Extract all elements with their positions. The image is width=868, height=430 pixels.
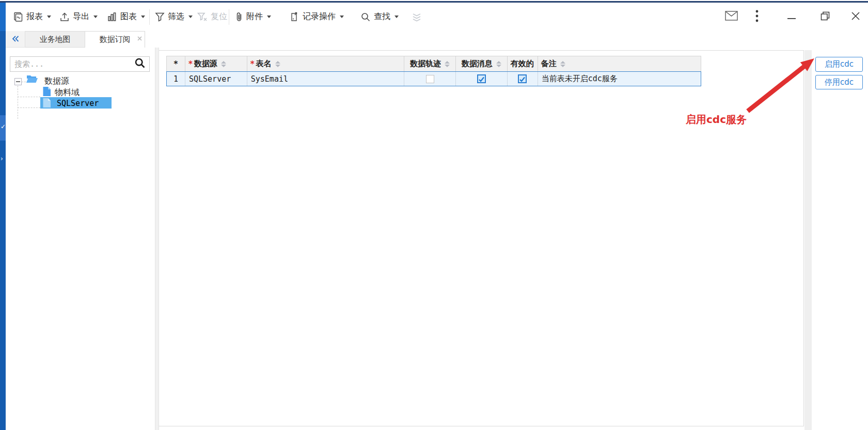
table-header-row: * * 数据源 * 表名 数据轨迹 数据消息	[166, 56, 701, 72]
double-chevron-left-icon	[12, 35, 19, 44]
checkbox-valid[interactable]	[518, 74, 527, 83]
sidebar-splitter[interactable]	[155, 48, 159, 430]
export-menu-button[interactable]: 导出	[59, 11, 98, 22]
column-header-message[interactable]: 数据消息	[456, 56, 508, 71]
attachment-menu-button[interactable]: 附件	[235, 11, 271, 22]
toolbar-overflow-button	[411, 12, 422, 22]
checkbox-data-trace[interactable]	[426, 75, 434, 83]
search-icon	[360, 12, 371, 22]
minimize-icon	[787, 12, 796, 22]
search-button[interactable]	[131, 57, 149, 71]
double-chevron-down-icon	[411, 12, 422, 22]
tree-node-material-domain[interactable]: 物料域	[55, 87, 80, 98]
chart-label: 图表	[120, 11, 137, 22]
annotation-text: 启用cdc服务	[686, 113, 747, 127]
file-icon	[42, 98, 51, 110]
restore-button[interactable]	[820, 11, 830, 23]
app-window: 报表 导出 图表 筛选 复位 附件	[0, 0, 868, 430]
mail-icon	[725, 11, 738, 23]
reset-label: 复位	[211, 11, 227, 22]
column-header-row-marker: *	[167, 56, 185, 71]
chevron-down-icon	[141, 16, 145, 18]
report-icon	[13, 12, 23, 22]
sort-icon[interactable]	[221, 61, 226, 67]
collapse-sidebar-button[interactable]	[6, 31, 25, 48]
export-label: 导出	[73, 11, 89, 22]
tree-expander-collapse[interactable]	[14, 78, 22, 85]
chevron-down-icon	[267, 16, 271, 18]
record-ops-menu-button[interactable]: 记录操作	[290, 11, 344, 22]
cell-trace	[404, 72, 456, 86]
find-menu-button[interactable]: 查找	[360, 11, 399, 22]
checkbox-data-message[interactable]	[477, 74, 486, 83]
toolbar-separator	[149, 9, 150, 25]
paperclip-icon	[235, 12, 243, 22]
restore-icon	[820, 11, 830, 23]
find-label: 查找	[374, 11, 390, 22]
tree-node-sqlserver[interactable]: SQLServer	[57, 99, 99, 108]
data-subscription-panel: * * 数据源 * 表名 数据轨迹 数据消息	[159, 50, 804, 426]
chevron-down-icon	[188, 16, 193, 18]
required-mark: *	[250, 59, 255, 69]
tree-connector	[22, 82, 26, 82]
close-button[interactable]	[851, 12, 860, 22]
column-header-valid[interactable]: 有效的	[508, 56, 538, 71]
chevron-down-icon	[394, 16, 399, 18]
search-input[interactable]	[10, 57, 131, 71]
column-header-datasource[interactable]: * 数据源	[185, 56, 247, 71]
chart-menu-button[interactable]: 图表	[107, 11, 145, 22]
sort-icon[interactable]	[445, 61, 450, 67]
disable-cdc-button[interactable]: 停用cdc	[815, 75, 863, 89]
more-menu-button[interactable]	[755, 10, 759, 24]
folder-open-icon	[26, 74, 38, 86]
export-icon	[59, 12, 70, 22]
cell-remark[interactable]: 当前表未开启cdc服务	[538, 72, 701, 86]
sort-icon[interactable]	[275, 61, 280, 67]
sort-icon[interactable]	[560, 61, 565, 67]
toolbar-separator	[229, 9, 229, 25]
panel-splitter[interactable]	[804, 50, 812, 430]
cell-row-index: 1	[167, 72, 185, 86]
toolbar: 报表 导出 图表 筛选 复位 附件	[6, 3, 868, 31]
search-box	[10, 56, 150, 72]
cell-message	[456, 72, 508, 86]
tree-connector	[18, 108, 40, 108]
filter-menu-button[interactable]: 筛选	[155, 11, 193, 22]
kebab-menu-icon	[755, 10, 759, 24]
cdc-actions-panel: 启用cdc 停用cdc	[812, 50, 868, 430]
filter-label: 筛选	[168, 11, 184, 22]
tree-connector	[18, 86, 18, 119]
sidebar: 数据源 物料域 SQLServer	[6, 48, 155, 430]
tab-business-map[interactable]: 业务地图	[25, 31, 85, 48]
funnel-icon	[155, 12, 165, 22]
enable-cdc-button[interactable]: 启用cdc	[815, 57, 863, 72]
tab-label: 数据订阅	[100, 35, 131, 44]
filter-reset-button: 复位	[197, 11, 227, 22]
sort-icon[interactable]	[496, 61, 501, 67]
tab-data-subscription[interactable]: 数据订阅	[85, 31, 145, 48]
check-icon: ✓	[1, 123, 6, 130]
tree-connector	[18, 97, 40, 97]
minimize-button[interactable]	[787, 12, 796, 22]
bar-chart-icon	[107, 12, 117, 22]
column-header-tablename[interactable]: * 表名	[247, 56, 404, 71]
tree-node-root[interactable]: 数据源	[44, 76, 69, 87]
cell-valid	[508, 72, 538, 86]
mail-button[interactable]	[725, 11, 738, 23]
cell-tablename[interactable]: SysEmail	[247, 72, 404, 86]
cell-datasource[interactable]: SQLServer	[185, 72, 247, 86]
table-row[interactable]: 1 SQLServer SysEmail	[166, 71, 701, 86]
tab-label: 业务地图	[40, 35, 71, 44]
search-icon	[134, 57, 146, 71]
record-ops-label: 记录操作	[303, 11, 336, 22]
column-header-remark[interactable]: 备注	[538, 56, 701, 71]
chevron-down-icon	[47, 16, 51, 18]
report-label: 报表	[26, 11, 43, 22]
column-header-trace[interactable]: 数据轨迹	[404, 56, 456, 71]
required-mark: *	[188, 59, 193, 69]
funnel-reset-icon	[197, 12, 208, 22]
tab-close-icon[interactable]	[137, 34, 142, 43]
note-edit-icon	[290, 12, 299, 22]
report-menu-button[interactable]: 报表	[13, 11, 51, 22]
left-dock-strip: ✓ ›	[0, 31, 6, 430]
